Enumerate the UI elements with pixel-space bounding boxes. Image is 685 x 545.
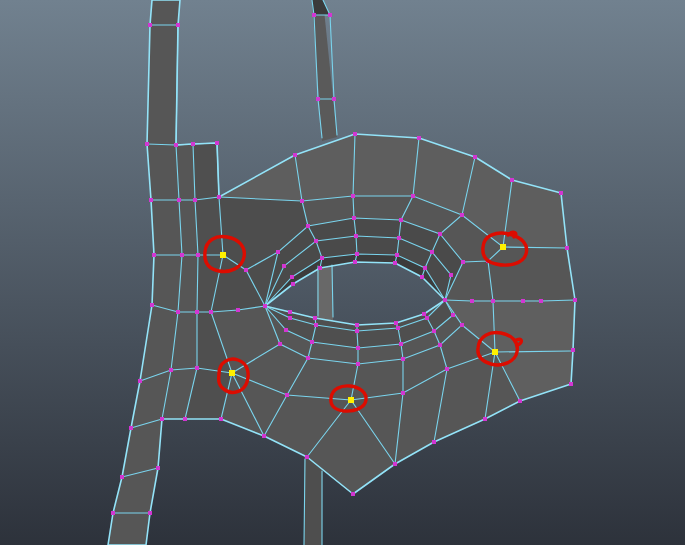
mesh-vertex[interactable] (351, 194, 355, 198)
mesh-vertex[interactable] (491, 299, 495, 303)
mesh-vertex[interactable] (276, 250, 280, 254)
mesh-vertex[interactable] (395, 253, 399, 257)
mesh-vertex[interactable] (394, 321, 398, 325)
mesh-vertex[interactable] (355, 323, 359, 327)
mesh-vertex[interactable] (285, 393, 289, 397)
mesh-vertex[interactable] (473, 155, 477, 159)
mesh-vertex[interactable] (351, 492, 355, 496)
mesh-vertex[interactable] (293, 153, 297, 157)
mesh-vertex[interactable] (318, 266, 322, 270)
mesh-vertex[interactable] (316, 97, 320, 101)
mesh-vertex[interactable] (278, 342, 282, 346)
selected-vertex[interactable] (500, 244, 506, 250)
mesh-vertex[interactable] (423, 266, 427, 270)
mesh-vertex[interactable] (129, 426, 133, 430)
mesh-vertex[interactable] (352, 216, 356, 220)
mesh-vertex[interactable] (356, 362, 360, 366)
mesh-vertex[interactable] (312, 13, 316, 17)
mesh-vertex[interactable] (111, 511, 115, 515)
mesh-vertex[interactable] (149, 198, 153, 202)
mesh-vertex[interactable] (521, 299, 525, 303)
mesh-vertex[interactable] (355, 252, 359, 256)
mesh-vertex[interactable] (425, 316, 429, 320)
mesh-vertex[interactable] (148, 23, 152, 27)
mesh-vertex[interactable] (310, 340, 314, 344)
mesh-vertex[interactable] (332, 97, 336, 101)
mesh-vertex[interactable] (156, 466, 160, 470)
mesh-vertex[interactable] (145, 142, 149, 146)
mesh-vertex[interactable] (209, 310, 213, 314)
mesh-vertex[interactable] (401, 357, 405, 361)
mesh-vertex[interactable] (328, 13, 332, 17)
mesh-vertex[interactable] (195, 310, 199, 314)
mesh-vertex[interactable] (320, 256, 324, 260)
mesh-vertex[interactable] (290, 275, 294, 279)
mesh-vertex[interactable] (565, 246, 569, 250)
mesh-vertex[interactable] (195, 366, 199, 370)
mesh-vertex[interactable] (460, 213, 464, 217)
mesh-vertex[interactable] (263, 304, 267, 308)
mesh-vertex[interactable] (417, 136, 421, 140)
mesh-vertex[interactable] (262, 434, 266, 438)
mesh-vertex[interactable] (174, 143, 178, 147)
mesh-vertex[interactable] (569, 382, 573, 386)
mesh-vertex[interactable] (573, 298, 577, 302)
mesh-vertex[interactable] (396, 326, 400, 330)
mesh-vertex[interactable] (300, 199, 304, 203)
selected-vertex[interactable] (348, 397, 354, 403)
mesh-vertex[interactable] (191, 142, 195, 146)
mesh-vertex[interactable] (244, 268, 248, 272)
mesh-vertex[interactable] (305, 455, 309, 459)
mesh-vertex[interactable] (183, 417, 187, 421)
mesh-vertex[interactable] (152, 253, 156, 257)
mesh-vertex[interactable] (282, 264, 286, 268)
selected-vertex[interactable] (220, 252, 226, 258)
mesh-vertex[interactable] (306, 356, 310, 360)
mesh-vertex[interactable] (539, 299, 543, 303)
mesh-vertex[interactable] (284, 328, 288, 332)
mesh-vertex[interactable] (399, 218, 403, 222)
mesh-vertex[interactable] (288, 310, 292, 314)
mesh-vertex[interactable] (148, 511, 152, 515)
mesh-vertex[interactable] (354, 234, 358, 238)
mesh-vertex[interactable] (438, 232, 442, 236)
mesh-vertex[interactable] (422, 312, 426, 316)
mesh-vertex[interactable] (288, 316, 292, 320)
mesh-vertex[interactable] (177, 198, 181, 202)
mesh-vertex[interactable] (215, 141, 219, 145)
mesh-vertex[interactable] (313, 316, 317, 320)
mesh-vertex[interactable] (518, 399, 522, 403)
mesh-vertex[interactable] (411, 194, 415, 198)
mesh-vertex[interactable] (356, 346, 360, 350)
mesh-vertex[interactable] (169, 368, 173, 372)
mesh-vertex[interactable] (443, 298, 447, 302)
mesh-vertex[interactable] (150, 303, 154, 307)
mesh-vertex[interactable] (176, 23, 180, 27)
mesh-vertex[interactable] (451, 313, 455, 317)
viewport-3d[interactable] (0, 0, 685, 545)
mesh-vertex[interactable] (193, 198, 197, 202)
mesh-vertex[interactable] (306, 224, 310, 228)
mesh-vertex[interactable] (432, 440, 436, 444)
mesh-vertex[interactable] (120, 475, 124, 479)
mesh-vertex[interactable] (399, 342, 403, 346)
mesh-vertex[interactable] (291, 282, 295, 286)
mesh-vertex[interactable] (160, 417, 164, 421)
mesh-vertex[interactable] (314, 239, 318, 243)
mesh-vertex[interactable] (353, 132, 357, 136)
mesh-vertex[interactable] (176, 310, 180, 314)
mesh-vertex[interactable] (461, 260, 465, 264)
mesh-vertex[interactable] (393, 462, 397, 466)
mesh-vertex[interactable] (510, 178, 514, 182)
mesh-vertex[interactable] (355, 329, 359, 333)
mesh-vertex[interactable] (314, 323, 318, 327)
mesh-vertex[interactable] (430, 250, 434, 254)
mesh-vertex[interactable] (180, 253, 184, 257)
mesh-vertex[interactable] (217, 195, 221, 199)
mesh-vertex[interactable] (196, 253, 200, 257)
mesh-vertex[interactable] (470, 299, 474, 303)
viewport-canvas[interactable] (0, 0, 685, 545)
mesh-vertex[interactable] (483, 417, 487, 421)
mesh-vertex[interactable] (219, 417, 223, 421)
mesh-vertex[interactable] (353, 260, 357, 264)
